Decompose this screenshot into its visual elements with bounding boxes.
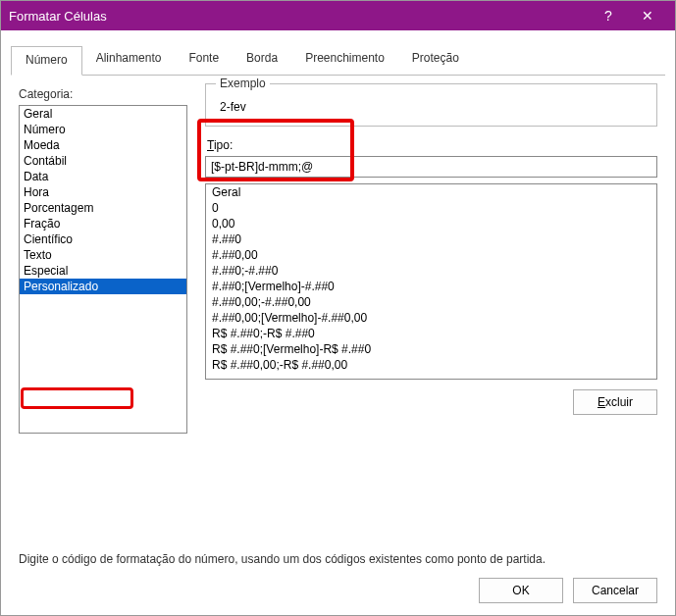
format-code-item[interactable]: Geral bbox=[206, 184, 656, 200]
category-item[interactable]: Data bbox=[20, 169, 186, 184]
category-item[interactable]: Hora bbox=[20, 184, 186, 200]
dialog-title: Formatar Células bbox=[9, 9, 589, 24]
type-input[interactable] bbox=[205, 156, 657, 178]
cancel-button[interactable]: Cancelar bbox=[573, 578, 657, 603]
close-button[interactable]: ✕ bbox=[628, 8, 667, 24]
category-item[interactable]: Científico bbox=[20, 231, 186, 247]
tabstrip: Número Alinhamento Fonte Borda Preenchim… bbox=[11, 45, 665, 76]
category-item[interactable]: Número bbox=[20, 122, 186, 137]
format-code-item[interactable]: 0,00 bbox=[206, 216, 656, 231]
categoria-label: Categoria: bbox=[19, 87, 187, 101]
tab-fonte[interactable]: Fonte bbox=[175, 45, 233, 75]
category-item[interactable]: Personalizado bbox=[20, 279, 186, 294]
format-code-item[interactable]: R$ #.##0;-R$ #.##0 bbox=[206, 326, 656, 341]
highlight-annotation-category bbox=[21, 387, 133, 409]
format-code-item[interactable]: #.##0 bbox=[206, 231, 656, 247]
category-item[interactable]: Moeda bbox=[20, 137, 186, 153]
category-listbox[interactable]: GeralNúmeroMoedaContábilDataHoraPorcenta… bbox=[19, 105, 187, 434]
tab-borda[interactable]: Borda bbox=[233, 45, 291, 75]
category-item[interactable]: Porcentagem bbox=[20, 200, 186, 216]
category-item[interactable]: Especial bbox=[20, 263, 186, 279]
format-cells-dialog: Formatar Células ? ✕ Número Alinhamento … bbox=[0, 0, 676, 616]
type-label: Tipo: bbox=[205, 136, 657, 156]
titlebar: Formatar Células ? ✕ bbox=[1, 1, 675, 30]
category-item[interactable]: Geral bbox=[20, 106, 186, 122]
example-label: Exemplo bbox=[216, 77, 270, 90]
dialog-body: Categoria: GeralNúmeroMoedaContábilDataH… bbox=[1, 76, 675, 566]
dialog-footer: OK Cancelar bbox=[1, 566, 675, 615]
help-button[interactable]: ? bbox=[589, 8, 628, 24]
format-code-item[interactable]: #.##0;-#.##0 bbox=[206, 263, 656, 279]
delete-button[interactable]: Excluir bbox=[573, 389, 657, 415]
format-code-item[interactable]: 0 bbox=[206, 200, 656, 216]
format-code-item[interactable]: #.##0;[Vermelho]-#.##0 bbox=[206, 279, 656, 294]
category-item[interactable]: Texto bbox=[20, 247, 186, 263]
format-code-item[interactable]: #.##0,00;[Vermelho]-#.##0,00 bbox=[206, 310, 656, 326]
tab-alinhamento[interactable]: Alinhamento bbox=[82, 45, 176, 75]
format-code-item[interactable]: #.##0,00 bbox=[206, 247, 656, 263]
format-code-item[interactable]: #.##0,00;-#.##0,00 bbox=[206, 294, 656, 310]
tab-preenchimento[interactable]: Preenchimento bbox=[291, 45, 398, 75]
example-fieldset: Exemplo 2-fev bbox=[205, 83, 657, 127]
tab-numero[interactable]: Número bbox=[11, 46, 82, 76]
tab-protecao[interactable]: Proteção bbox=[398, 45, 473, 75]
format-code-listbox[interactable]: Geral00,00#.##0#.##0,00#.##0;-#.##0#.##0… bbox=[205, 183, 657, 380]
category-item[interactable]: Contábil bbox=[20, 153, 186, 169]
example-value: 2-fev bbox=[216, 98, 647, 116]
format-code-item[interactable]: R$ #.##0,00;-R$ #.##0,00 bbox=[206, 357, 656, 373]
ok-button[interactable]: OK bbox=[479, 578, 563, 603]
format-code-item[interactable]: R$ #.##0;[Vermelho]-R$ #.##0 bbox=[206, 341, 656, 357]
category-item[interactable]: Fração bbox=[20, 216, 186, 231]
hint-text: Digite o código de formatação do número,… bbox=[19, 552, 657, 566]
